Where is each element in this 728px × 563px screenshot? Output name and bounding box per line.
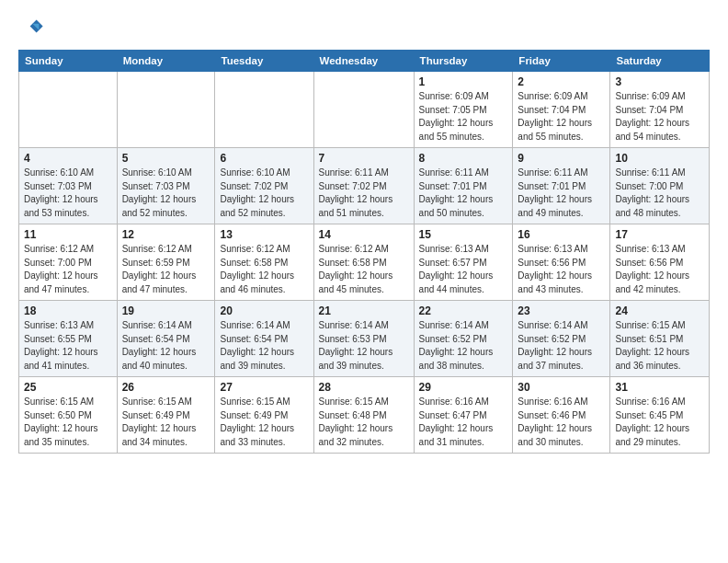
calendar-cell: 31Sunrise: 6:16 AM Sunset: 6:45 PM Dayli… [610, 377, 710, 454]
day-info: Sunrise: 6:13 AM Sunset: 6:55 PM Dayligh… [24, 319, 112, 373]
day-info: Sunrise: 6:10 AM Sunset: 7:02 PM Dayligh… [220, 167, 308, 220]
day-info: Sunrise: 6:12 AM Sunset: 6:58 PM Dayligh… [220, 243, 308, 296]
day-info: Sunrise: 6:13 AM Sunset: 6:56 PM Dayligh… [615, 243, 704, 296]
page: SundayMondayTuesdayWednesdayThursdayFrid… [0, 0, 728, 468]
day-info: Sunrise: 6:12 AM Sunset: 7:00 PM Dayligh… [24, 243, 112, 296]
day-number: 5 [122, 152, 210, 165]
calendar-cell: 27Sunrise: 6:15 AM Sunset: 6:49 PM Dayli… [215, 377, 313, 454]
calendar-cell [117, 72, 215, 148]
calendar-week-row: 25Sunrise: 6:15 AM Sunset: 6:50 PM Dayli… [19, 377, 710, 454]
day-info: Sunrise: 6:14 AM Sunset: 6:52 PM Dayligh… [419, 319, 508, 373]
day-info: Sunrise: 6:13 AM Sunset: 6:57 PM Dayligh… [419, 243, 508, 296]
day-info: Sunrise: 6:16 AM Sunset: 6:45 PM Dayligh… [615, 396, 704, 449]
calendar-cell: 11Sunrise: 6:12 AM Sunset: 7:00 PM Dayli… [19, 224, 118, 301]
day-number: 18 [24, 304, 112, 317]
calendar-week-row: 1Sunrise: 6:09 AM Sunset: 7:05 PM Daylig… [19, 72, 710, 148]
calendar-cell: 16Sunrise: 6:13 AM Sunset: 6:56 PM Dayli… [513, 224, 610, 301]
calendar-day-header: Thursday [414, 51, 513, 72]
day-info: Sunrise: 6:09 AM Sunset: 7:04 PM Dayligh… [615, 90, 704, 144]
calendar-cell: 15Sunrise: 6:13 AM Sunset: 6:57 PM Dayli… [414, 224, 513, 301]
calendar-cell [215, 72, 313, 148]
logo [18, 15, 48, 40]
day-info: Sunrise: 6:11 AM Sunset: 7:02 PM Dayligh… [319, 167, 409, 220]
day-number: 2 [518, 75, 605, 88]
day-info: Sunrise: 6:12 AM Sunset: 6:58 PM Dayligh… [319, 243, 409, 296]
calendar-cell: 1Sunrise: 6:09 AM Sunset: 7:05 PM Daylig… [414, 72, 513, 148]
day-number: 27 [220, 381, 308, 394]
day-number: 31 [615, 381, 704, 394]
calendar-cell: 28Sunrise: 6:15 AM Sunset: 6:48 PM Dayli… [313, 377, 414, 454]
calendar-day-header: Monday [117, 51, 215, 72]
calendar-day-header: Wednesday [313, 51, 414, 72]
calendar-cell: 14Sunrise: 6:12 AM Sunset: 6:58 PM Dayli… [313, 224, 414, 301]
day-number: 13 [220, 228, 308, 241]
day-info: Sunrise: 6:11 AM Sunset: 7:01 PM Dayligh… [518, 167, 605, 220]
day-info: Sunrise: 6:15 AM Sunset: 6:51 PM Dayligh… [615, 319, 704, 373]
calendar-day-header: Friday [513, 51, 610, 72]
day-number: 6 [220, 152, 308, 165]
day-number: 30 [518, 381, 605, 394]
day-number: 24 [615, 304, 704, 317]
calendar-header-row: SundayMondayTuesdayWednesdayThursdayFrid… [19, 51, 710, 72]
calendar-cell: 23Sunrise: 6:14 AM Sunset: 6:52 PM Dayli… [513, 301, 610, 377]
day-number: 22 [419, 304, 508, 317]
day-number: 8 [419, 152, 508, 165]
day-number: 19 [122, 304, 210, 317]
day-number: 7 [319, 152, 409, 165]
day-info: Sunrise: 6:13 AM Sunset: 6:56 PM Dayligh… [518, 243, 605, 296]
calendar-cell: 5Sunrise: 6:10 AM Sunset: 7:03 PM Daylig… [117, 148, 215, 224]
day-info: Sunrise: 6:14 AM Sunset: 6:53 PM Dayligh… [319, 319, 409, 373]
calendar-cell [19, 72, 118, 148]
day-number: 20 [220, 304, 308, 317]
day-info: Sunrise: 6:16 AM Sunset: 6:47 PM Dayligh… [419, 396, 508, 449]
day-info: Sunrise: 6:09 AM Sunset: 7:05 PM Dayligh… [419, 90, 508, 144]
day-info: Sunrise: 6:15 AM Sunset: 6:48 PM Dayligh… [319, 396, 409, 449]
day-number: 11 [24, 228, 112, 241]
calendar-cell: 29Sunrise: 6:16 AM Sunset: 6:47 PM Dayli… [414, 377, 513, 454]
header [18, 15, 710, 40]
calendar-cell: 6Sunrise: 6:10 AM Sunset: 7:02 PM Daylig… [215, 148, 313, 224]
day-info: Sunrise: 6:09 AM Sunset: 7:04 PM Dayligh… [518, 90, 605, 144]
day-number: 16 [518, 228, 605, 241]
day-info: Sunrise: 6:11 AM Sunset: 7:01 PM Dayligh… [419, 167, 508, 220]
day-info: Sunrise: 6:14 AM Sunset: 6:52 PM Dayligh… [518, 319, 605, 373]
calendar-cell: 25Sunrise: 6:15 AM Sunset: 6:50 PM Dayli… [19, 377, 118, 454]
day-number: 1 [419, 75, 508, 88]
day-info: Sunrise: 6:14 AM Sunset: 6:54 PM Dayligh… [220, 319, 308, 373]
calendar-cell [313, 72, 414, 148]
day-number: 26 [122, 381, 210, 394]
day-info: Sunrise: 6:10 AM Sunset: 7:03 PM Dayligh… [122, 167, 210, 220]
calendar-cell: 7Sunrise: 6:11 AM Sunset: 7:02 PM Daylig… [313, 148, 414, 224]
calendar-week-row: 18Sunrise: 6:13 AM Sunset: 6:55 PM Dayli… [19, 301, 710, 377]
day-number: 10 [615, 152, 704, 165]
calendar-table: SundayMondayTuesdayWednesdayThursdayFrid… [18, 50, 710, 454]
calendar-cell: 2Sunrise: 6:09 AM Sunset: 7:04 PM Daylig… [513, 72, 610, 148]
day-info: Sunrise: 6:15 AM Sunset: 6:49 PM Dayligh… [220, 396, 308, 449]
calendar-cell: 10Sunrise: 6:11 AM Sunset: 7:00 PM Dayli… [610, 148, 710, 224]
calendar-cell: 12Sunrise: 6:12 AM Sunset: 6:59 PM Dayli… [117, 224, 215, 301]
calendar-week-row: 4Sunrise: 6:10 AM Sunset: 7:03 PM Daylig… [19, 148, 710, 224]
calendar-cell: 9Sunrise: 6:11 AM Sunset: 7:01 PM Daylig… [513, 148, 610, 224]
day-number: 29 [419, 381, 508, 394]
calendar-day-header: Tuesday [215, 51, 313, 72]
calendar-day-header: Saturday [610, 51, 710, 72]
calendar-cell: 24Sunrise: 6:15 AM Sunset: 6:51 PM Dayli… [610, 301, 710, 377]
day-number: 21 [319, 304, 409, 317]
day-number: 28 [319, 381, 409, 394]
day-number: 17 [615, 228, 704, 241]
day-info: Sunrise: 6:16 AM Sunset: 6:46 PM Dayligh… [518, 396, 605, 449]
calendar-cell: 3Sunrise: 6:09 AM Sunset: 7:04 PM Daylig… [610, 72, 710, 148]
calendar-cell: 19Sunrise: 6:14 AM Sunset: 6:54 PM Dayli… [117, 301, 215, 377]
calendar-cell: 8Sunrise: 6:11 AM Sunset: 7:01 PM Daylig… [414, 148, 513, 224]
calendar-cell: 17Sunrise: 6:13 AM Sunset: 6:56 PM Dayli… [610, 224, 710, 301]
logo-icon [18, 15, 44, 40]
calendar-week-row: 11Sunrise: 6:12 AM Sunset: 7:00 PM Dayli… [19, 224, 710, 301]
calendar-cell: 18Sunrise: 6:13 AM Sunset: 6:55 PM Dayli… [19, 301, 118, 377]
calendar-cell: 13Sunrise: 6:12 AM Sunset: 6:58 PM Dayli… [215, 224, 313, 301]
day-number: 9 [518, 152, 605, 165]
calendar-cell: 26Sunrise: 6:15 AM Sunset: 6:49 PM Dayli… [117, 377, 215, 454]
calendar-cell: 4Sunrise: 6:10 AM Sunset: 7:03 PM Daylig… [19, 148, 118, 224]
day-info: Sunrise: 6:14 AM Sunset: 6:54 PM Dayligh… [122, 319, 210, 373]
day-info: Sunrise: 6:10 AM Sunset: 7:03 PM Dayligh… [24, 167, 112, 220]
day-number: 4 [24, 152, 112, 165]
